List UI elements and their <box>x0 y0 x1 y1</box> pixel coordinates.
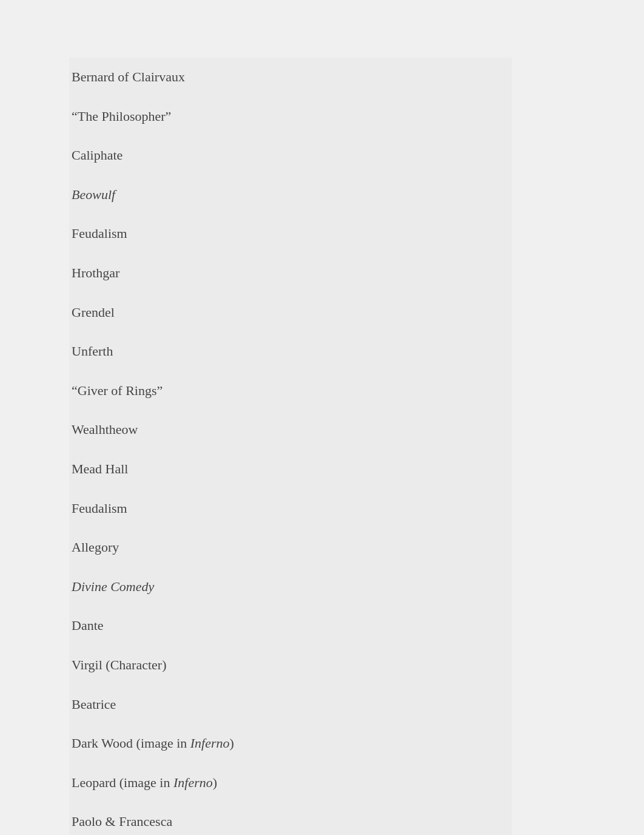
item-text-suffix: ) <box>230 735 234 751</box>
list-item: “The Philosopher” <box>69 97 512 137</box>
item-text: Bernard of Clairvaux <box>72 69 185 84</box>
item-text: “Giver of Rings” <box>72 383 163 398</box>
list-item: Leopard (image in Inferno) <box>69 763 512 803</box>
item-text-italic: Inferno <box>190 735 230 751</box>
item-text-italic: Inferno <box>173 775 213 790</box>
list-item: Beowulf <box>69 175 512 215</box>
list-item: Allegory <box>69 528 512 567</box>
item-text: Allegory <box>72 539 119 555</box>
list-item: Hrothgar <box>69 254 512 293</box>
item-text-normal: Leopard (image in <box>72 775 173 790</box>
item-text: “The Philosopher” <box>72 109 171 124</box>
list-item: Wealhtheow <box>69 410 512 450</box>
list-item: Grendel <box>69 293 512 333</box>
item-text: Hrothgar <box>72 265 119 280</box>
item-text: Mead Hall <box>72 461 128 476</box>
item-text: Divine Comedy <box>72 579 154 594</box>
list-item: Unferth <box>69 332 512 371</box>
item-text: Feudalism <box>72 226 127 241</box>
item-text: Wealhtheow <box>72 422 138 437</box>
list-item: Mead Hall <box>69 450 512 489</box>
item-text: Feudalism <box>72 501 127 516</box>
list-item: Feudalism <box>69 214 512 254</box>
item-text: Beowulf <box>72 187 115 202</box>
item-text: Caliphate <box>72 147 122 163</box>
list-item: “Giver of Rings” <box>69 371 512 411</box>
item-text: Unferth <box>72 343 113 359</box>
list-item: Virgil (Character) <box>69 646 512 685</box>
list-item: Caliphate <box>69 136 512 175</box>
list-item: Beatrice <box>69 685 512 725</box>
item-text-normal: Dark Wood (image in <box>72 735 190 751</box>
item-text: Beatrice <box>72 697 116 712</box>
list-item: Dante <box>69 606 512 646</box>
list-item: Feudalism <box>69 489 512 529</box>
item-text-suffix: ) <box>213 775 217 790</box>
list-item: Bernard of Clairvaux <box>69 58 512 97</box>
item-text: Virgil (Character) <box>72 657 166 672</box>
list-item: Divine Comedy <box>69 567 512 607</box>
item-text: Dante <box>72 618 104 633</box>
main-list: Bernard of Clairvaux“The Philosopher”Cal… <box>69 58 512 835</box>
item-text: Paolo & Francesca <box>72 814 172 829</box>
list-item: Dark Wood (image in Inferno) <box>69 724 512 763</box>
list-item: Paolo & Francesca <box>69 802 512 835</box>
item-text: Grendel <box>72 305 115 320</box>
